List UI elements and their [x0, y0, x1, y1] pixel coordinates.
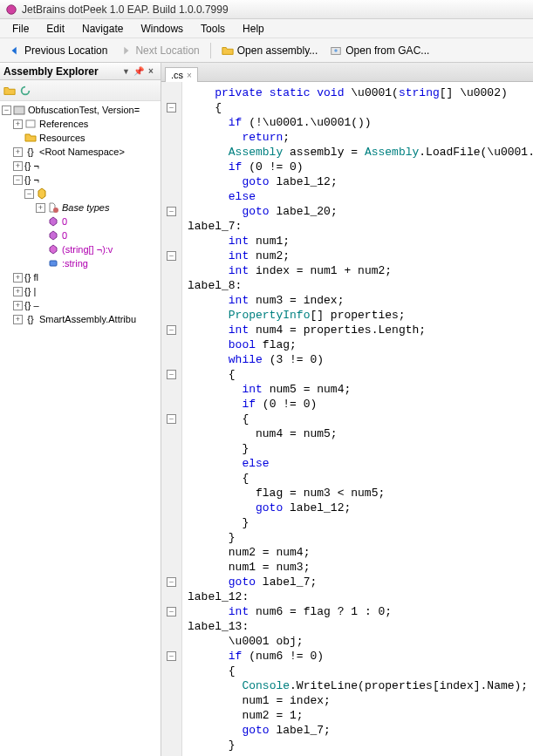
titlebar: JetBrains dotPeek 1.0 EAP. Build 1.0.0.7…: [0, 0, 533, 19]
code-area: − − − − − − − − − private static void \u…: [161, 82, 533, 756]
field-icon: [47, 257, 59, 269]
tree-expand-icon[interactable]: +: [13, 301, 23, 310]
tree-ns-item[interactable]: +{} |: [2, 284, 159, 298]
folder-open-icon: [222, 44, 234, 57]
fold-icon[interactable]: −: [167, 577, 176, 587]
tree-expand-icon[interactable]: +: [13, 119, 23, 129]
next-location-label: Next Location: [135, 44, 199, 57]
tree-rootns-label: <Root Namespace>: [39, 146, 125, 157]
tab-label: .cs: [171, 70, 183, 80]
svg-point-2: [335, 49, 338, 52]
tree-expand-icon[interactable]: +: [13, 287, 23, 296]
code-view[interactable]: private static void \u0001(string[] \u00…: [182, 82, 533, 756]
tree-rootns[interactable]: +{}<Root Namespace>: [2, 145, 159, 159]
tree-resources[interactable]: Resources: [2, 131, 159, 145]
next-location-button[interactable]: Next Location: [114, 43, 204, 58]
tree-expand-icon[interactable]: +: [36, 203, 45, 213]
tree-class-item[interactable]: −: [2, 187, 159, 201]
tree-ns-item[interactable]: +{}SmartAssembly.Attribu: [2, 312, 159, 326]
tree-b5-label: {} –: [24, 300, 39, 310]
tree-collapse-icon[interactable]: −: [2, 106, 11, 115]
menu-navigate[interactable]: Navigate: [73, 21, 132, 37]
fold-icon[interactable]: −: [167, 370, 176, 379]
tree-root[interactable]: −ObfuscationTest, Version=: [2, 103, 159, 117]
assembly-explorer-panel: Assembly Explorer ▼ 📌 × −ObfuscationTest…: [0, 63, 161, 756]
window-title: JetBrains dotPeek 1.0 EAP. Build 1.0.0.7…: [22, 3, 229, 16]
menubar: File Edit Navigate Windows Tools Help: [0, 19, 533, 38]
open-assembly-button[interactable]: Open assembly...: [216, 43, 323, 58]
menu-windows[interactable]: Windows: [132, 21, 192, 37]
fold-icon[interactable]: −: [167, 207, 176, 216]
tree-references[interactable]: +References: [2, 117, 159, 131]
panel-header: Assembly Explorer ▼ 📌 ×: [0, 63, 161, 80]
basetypes-icon: [47, 201, 59, 214]
tree-member[interactable]: 0: [2, 215, 159, 228]
gutter: − − − − − − − − −: [161, 82, 182, 756]
namespace-icon: {}: [24, 313, 37, 325]
svg-rect-3: [14, 106, 24, 114]
open-gac-button[interactable]: Open from GAC...: [325, 43, 434, 58]
tree-b2-label: {} ¬: [24, 174, 39, 185]
panel-close-icon[interactable]: ×: [145, 65, 157, 78]
panel-title: Assembly Explorer: [3, 65, 122, 78]
folder-icon[interactable]: [3, 85, 16, 97]
folder-icon: [24, 132, 37, 144]
fold-icon[interactable]: −: [167, 651, 176, 661]
open-gac-label: Open from GAC...: [345, 44, 429, 57]
fold-icon[interactable]: −: [167, 414, 176, 424]
tab-close-icon[interactable]: ×: [187, 71, 192, 80]
refresh-icon[interactable]: [19, 85, 31, 97]
method-icon: [47, 215, 59, 228]
tree-b1-label: {} ¬: [24, 160, 39, 171]
pin-icon[interactable]: 📌: [133, 65, 145, 78]
tree-ns-item[interactable]: +{} –: [2, 298, 159, 312]
svg-point-0: [7, 4, 17, 14]
method-icon: [47, 243, 59, 255]
toolbar-separator: [210, 43, 211, 58]
toolbar: Previous Location Next Location Open ass…: [0, 38, 533, 63]
tree-str-label: :string: [62, 258, 88, 269]
prev-location-button[interactable]: Previous Location: [3, 43, 113, 58]
fold-icon[interactable]: −: [167, 251, 176, 261]
tree-expand-icon[interactable]: +: [13, 147, 23, 157]
arrow-right-icon: [120, 44, 132, 57]
tree-expand-icon[interactable]: +: [13, 315, 23, 324]
tree-member[interactable]: (string[] ¬):v: [2, 242, 159, 256]
references-icon: [24, 118, 37, 130]
tree-basetypes[interactable]: +Base types: [2, 201, 159, 215]
tree-member[interactable]: 0: [2, 228, 159, 242]
tree-resources-label: Resources: [39, 133, 85, 143]
tree-expand-icon[interactable]: +: [13, 273, 23, 283]
tree-b4-label: {} |: [24, 286, 36, 296]
method-icon: [47, 229, 59, 242]
fold-icon[interactable]: −: [167, 325, 176, 335]
tree-expand-icon[interactable]: +: [13, 161, 23, 171]
arrow-left-icon: [9, 44, 21, 57]
tab-bar: .cs ×: [161, 63, 533, 82]
fold-icon[interactable]: −: [167, 103, 176, 112]
fold-icon[interactable]: −: [167, 607, 176, 616]
chevron-down-icon[interactable]: ▼: [122, 67, 130, 76]
content-area: Assembly Explorer ▼ 📌 × −ObfuscationTest…: [0, 63, 533, 756]
tree-b3-label: {} ﬂ: [24, 272, 38, 283]
tree-m0a-label: 0: [62, 216, 67, 227]
namespace-icon: {}: [24, 146, 37, 158]
tree-sig-label: (string[] ¬):v: [62, 244, 113, 255]
tree-collapse-icon[interactable]: −: [13, 175, 23, 185]
editor-area: .cs × − − − − − − − −: [161, 63, 533, 756]
menu-edit[interactable]: Edit: [38, 21, 73, 37]
svg-rect-4: [26, 120, 35, 127]
tree-member[interactable]: :string: [2, 256, 159, 270]
menu-tools[interactable]: Tools: [192, 21, 234, 37]
tree-ns-item[interactable]: −{} ¬: [2, 173, 159, 187]
tree-ns-item[interactable]: +{} ¬: [2, 159, 159, 173]
tab-cs[interactable]: .cs ×: [165, 67, 198, 82]
tree-root-label: ObfuscationTest, Version=: [28, 105, 140, 115]
assembly-icon: [13, 104, 25, 116]
svg-rect-6: [50, 261, 57, 266]
app-icon: [5, 3, 17, 16]
menu-file[interactable]: File: [3, 21, 38, 37]
tree-ns-item[interactable]: +{} ﬂ: [2, 270, 159, 284]
tree-collapse-icon[interactable]: −: [24, 189, 34, 199]
menu-help[interactable]: Help: [234, 21, 273, 37]
